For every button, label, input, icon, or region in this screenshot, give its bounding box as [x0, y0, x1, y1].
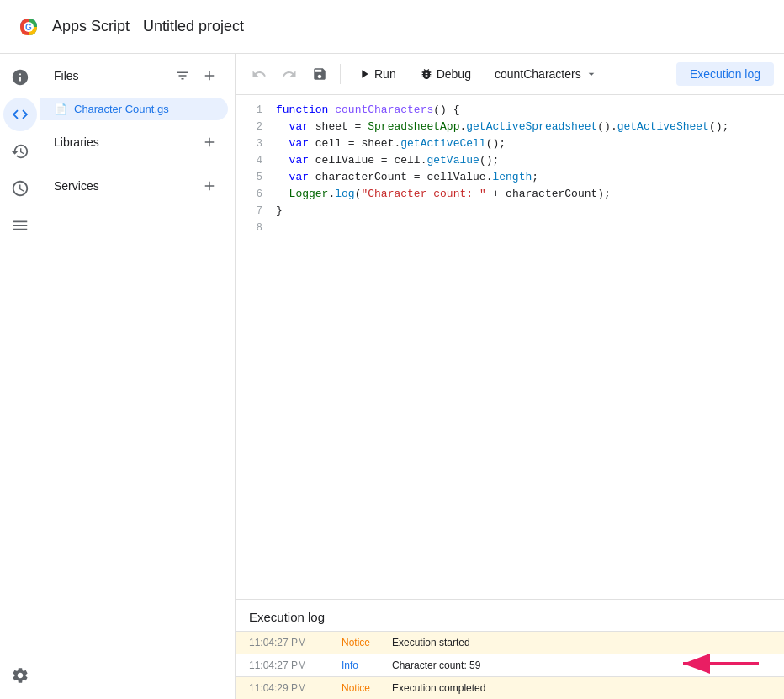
log-level-2: Info — [342, 659, 392, 671]
log-level-3: Notice — [342, 682, 392, 694]
project-title[interactable]: Untitled project — [143, 18, 244, 35]
settings-icon — [11, 666, 29, 685]
sidebar-item-info[interactable] — [3, 61, 37, 94]
files-label: Files — [54, 69, 79, 82]
add-service-icon — [202, 178, 217, 193]
libraries-label: Libraries — [54, 135, 99, 149]
log-message-2: Character count: 59 — [392, 659, 480, 671]
log-row-1: 11:04:27 PM Notice Execution started — [236, 632, 784, 654]
log-level-1: Notice — [342, 637, 392, 649]
log-time-3: 11:04:29 PM — [249, 682, 342, 694]
function-name: countCharacters — [495, 67, 581, 81]
log-row-2: 11:04:27 PM Info Character count: 59 — [236, 654, 784, 676]
code-line-6: 6 Logger.log("Character count: " + chara… — [236, 186, 784, 203]
code-line-8: 8 — [236, 220, 784, 236]
debug-icon — [420, 67, 433, 81]
undo-button[interactable] — [246, 61, 273, 87]
log-message-3: Execution completed — [392, 682, 485, 694]
services-label: Services — [54, 179, 99, 193]
libraries-section-header: Libraries — [40, 120, 235, 164]
app-title: Apps Script — [52, 18, 130, 35]
undo-icon — [252, 66, 267, 82]
code-line-5: 5 var characterCount = cellValue.length; — [236, 169, 784, 186]
sort-files-button[interactable] — [171, 64, 194, 87]
apps-script-logo: G — [13, 12, 44, 42]
save-icon — [312, 66, 327, 82]
code-icon — [11, 105, 29, 124]
save-button[interactable] — [306, 61, 333, 87]
tasks-icon — [11, 216, 29, 235]
add-icon — [202, 68, 217, 83]
run-label: Run — [374, 67, 396, 81]
redo-icon — [282, 66, 297, 82]
trigger-icon — [11, 179, 29, 198]
log-message-1: Execution started — [392, 637, 470, 649]
run-button[interactable]: Run — [347, 62, 406, 86]
add-library-button[interactable] — [198, 130, 221, 154]
history-icon — [11, 142, 29, 161]
files-actions — [171, 64, 221, 87]
icon-bar — [0, 54, 40, 699]
svg-text:G: G — [25, 23, 32, 32]
file-name: Character Count.gs — [74, 103, 169, 115]
chevron-down-icon — [585, 67, 598, 81]
sidebar: Files 📄 Character Count.gs Libraries — [40, 54, 236, 699]
code-line-3: 3 var cell = sheet.getActiveCell(); — [236, 135, 784, 152]
exec-log-label: Execution log — [690, 67, 760, 81]
sidebar-item-tasks[interactable] — [3, 209, 37, 242]
debug-button[interactable]: Debug — [410, 62, 481, 86]
log-time-1: 11:04:27 PM — [249, 637, 342, 649]
code-line-7: 7 } — [236, 203, 784, 220]
sort-icon — [175, 68, 190, 83]
file-icon: 📄 — [54, 103, 67, 115]
function-selector[interactable]: countCharacters — [485, 62, 608, 86]
sidebar-item-settings[interactable] — [3, 659, 37, 692]
debug-label: Debug — [437, 67, 471, 81]
services-section-header: Services — [40, 164, 235, 208]
sidebar-item-triggers[interactable] — [3, 172, 37, 205]
execution-log-title: Execution log — [236, 600, 784, 631]
code-line-1: 1 function countCharacters() { — [236, 102, 784, 119]
code-line-4: 4 var cellValue = cell.getValue(); — [236, 152, 784, 169]
add-service-button[interactable] — [198, 174, 221, 198]
main-layout: Files 📄 Character Count.gs Libraries — [0, 54, 784, 699]
files-section-header: Files — [40, 54, 235, 98]
exec-log-button[interactable]: Execution log — [676, 62, 774, 86]
info-icon — [11, 68, 29, 87]
code-line-2: 2 var sheet = SpreadsheetApp.getActiveSp… — [236, 119, 784, 135]
execution-log-panel: Execution log 11:04:27 PM Notice Executi… — [236, 599, 784, 699]
redo-button[interactable] — [276, 61, 303, 87]
log-row-2-container: 11:04:27 PM Info Character count: 59 — [236, 654, 784, 676]
log-time-2: 11:04:27 PM — [249, 659, 342, 671]
header: G Apps Script Untitled project — [0, 0, 784, 54]
run-icon — [358, 67, 371, 81]
sidebar-item-editor[interactable] — [3, 98, 37, 131]
code-editor[interactable]: 1 function countCharacters() { 2 var she… — [236, 95, 784, 599]
logo-area: G Apps Script — [13, 12, 130, 42]
log-row-3: 11:04:29 PM Notice Execution completed — [236, 677, 784, 699]
toolbar-divider-1 — [340, 64, 341, 84]
toolbar: Run Debug countCharacters Execution log — [236, 54, 784, 95]
add-library-icon — [202, 135, 217, 150]
file-item-character-count[interactable]: 📄 Character Count.gs — [40, 98, 228, 120]
sidebar-item-executions[interactable] — [3, 135, 37, 168]
content-area: Run Debug countCharacters Execution log — [236, 54, 784, 699]
add-file-button[interactable] — [198, 64, 221, 87]
